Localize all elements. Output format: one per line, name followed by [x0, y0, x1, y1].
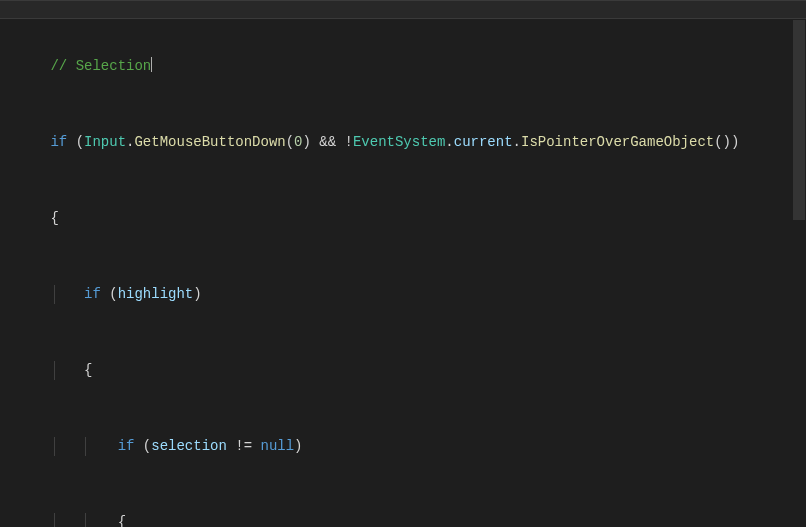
code-line[interactable]: if (highlight): [0, 285, 806, 304]
code-line[interactable]: // Selection: [0, 57, 806, 76]
code-lines: // Selection if (Input.GetMouseButtonDow…: [0, 0, 806, 527]
code-line[interactable]: {: [0, 513, 806, 527]
vertical-scrollbar[interactable]: [792, 0, 806, 527]
method: GetMouseButtonDown: [134, 134, 285, 150]
code-line[interactable]: {: [0, 361, 806, 380]
comment-text: // Selection: [50, 58, 151, 74]
code-line[interactable]: {: [0, 209, 806, 228]
method: IsPointerOverGameObject: [521, 134, 714, 150]
text-cursor: [151, 57, 152, 72]
kw: if: [50, 134, 67, 150]
scrollbar-thumb[interactable]: [793, 20, 805, 220]
code-editor[interactable]: // Selection if (Input.GetMouseButtonDow…: [0, 0, 806, 527]
type: Input: [84, 134, 126, 150]
code-line[interactable]: if (selection != null): [0, 437, 806, 456]
type: EventSystem: [353, 134, 445, 150]
code-line[interactable]: if (Input.GetMouseButtonDown(0) && !Even…: [0, 133, 806, 152]
